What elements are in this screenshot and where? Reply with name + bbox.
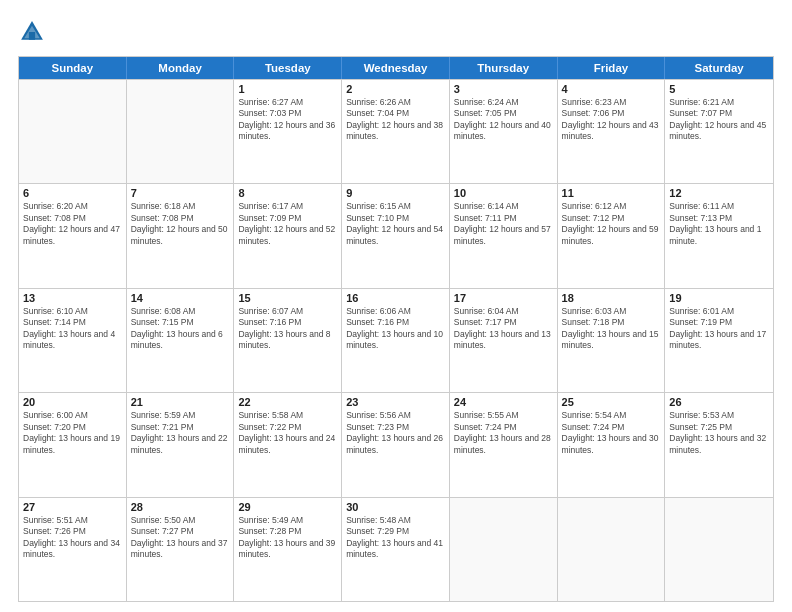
cell-date: 11 xyxy=(562,187,661,199)
calendar-body: 1Sunrise: 6:27 AMSunset: 7:03 PMDaylight… xyxy=(19,79,773,601)
cell-info: Sunrise: 6:24 AMSunset: 7:05 PMDaylight:… xyxy=(454,97,553,143)
cell-date: 21 xyxy=(131,396,230,408)
header-cell-friday: Friday xyxy=(558,57,666,79)
header-cell-monday: Monday xyxy=(127,57,235,79)
calendar-row: 13Sunrise: 6:10 AMSunset: 7:14 PMDayligh… xyxy=(19,288,773,392)
logo xyxy=(18,18,50,46)
cell-date: 17 xyxy=(454,292,553,304)
cell-date: 7 xyxy=(131,187,230,199)
calendar-cell: 13Sunrise: 6:10 AMSunset: 7:14 PMDayligh… xyxy=(19,289,127,392)
calendar-cell xyxy=(450,498,558,601)
cell-date: 28 xyxy=(131,501,230,513)
calendar-cell: 8Sunrise: 6:17 AMSunset: 7:09 PMDaylight… xyxy=(234,184,342,287)
calendar-cell: 21Sunrise: 5:59 AMSunset: 7:21 PMDayligh… xyxy=(127,393,235,496)
cell-info: Sunrise: 6:04 AMSunset: 7:17 PMDaylight:… xyxy=(454,306,553,352)
cell-date: 3 xyxy=(454,83,553,95)
cell-info: Sunrise: 6:21 AMSunset: 7:07 PMDaylight:… xyxy=(669,97,769,143)
calendar-header: SundayMondayTuesdayWednesdayThursdayFrid… xyxy=(19,57,773,79)
cell-info: Sunrise: 6:17 AMSunset: 7:09 PMDaylight:… xyxy=(238,201,337,247)
cell-info: Sunrise: 5:54 AMSunset: 7:24 PMDaylight:… xyxy=(562,410,661,456)
calendar-cell: 5Sunrise: 6:21 AMSunset: 7:07 PMDaylight… xyxy=(665,80,773,183)
cell-date: 23 xyxy=(346,396,445,408)
calendar-cell: 3Sunrise: 6:24 AMSunset: 7:05 PMDaylight… xyxy=(450,80,558,183)
calendar-cell: 23Sunrise: 5:56 AMSunset: 7:23 PMDayligh… xyxy=(342,393,450,496)
cell-date: 5 xyxy=(669,83,769,95)
calendar-row: 20Sunrise: 6:00 AMSunset: 7:20 PMDayligh… xyxy=(19,392,773,496)
header-cell-tuesday: Tuesday xyxy=(234,57,342,79)
cell-date: 12 xyxy=(669,187,769,199)
calendar-cell: 26Sunrise: 5:53 AMSunset: 7:25 PMDayligh… xyxy=(665,393,773,496)
calendar-row: 1Sunrise: 6:27 AMSunset: 7:03 PMDaylight… xyxy=(19,79,773,183)
calendar-row: 27Sunrise: 5:51 AMSunset: 7:26 PMDayligh… xyxy=(19,497,773,601)
calendar-cell: 4Sunrise: 6:23 AMSunset: 7:06 PMDaylight… xyxy=(558,80,666,183)
cell-date: 8 xyxy=(238,187,337,199)
cell-date: 22 xyxy=(238,396,337,408)
cell-date: 29 xyxy=(238,501,337,513)
calendar-cell: 14Sunrise: 6:08 AMSunset: 7:15 PMDayligh… xyxy=(127,289,235,392)
calendar-cell: 12Sunrise: 6:11 AMSunset: 7:13 PMDayligh… xyxy=(665,184,773,287)
calendar-cell: 22Sunrise: 5:58 AMSunset: 7:22 PMDayligh… xyxy=(234,393,342,496)
cell-info: Sunrise: 6:00 AMSunset: 7:20 PMDaylight:… xyxy=(23,410,122,456)
cell-info: Sunrise: 6:20 AMSunset: 7:08 PMDaylight:… xyxy=(23,201,122,247)
calendar-cell: 15Sunrise: 6:07 AMSunset: 7:16 PMDayligh… xyxy=(234,289,342,392)
cell-info: Sunrise: 6:27 AMSunset: 7:03 PMDaylight:… xyxy=(238,97,337,143)
calendar-cell xyxy=(19,80,127,183)
cell-info: Sunrise: 5:58 AMSunset: 7:22 PMDaylight:… xyxy=(238,410,337,456)
calendar-cell: 7Sunrise: 6:18 AMSunset: 7:08 PMDaylight… xyxy=(127,184,235,287)
cell-info: Sunrise: 6:03 AMSunset: 7:18 PMDaylight:… xyxy=(562,306,661,352)
header-cell-saturday: Saturday xyxy=(665,57,773,79)
calendar-cell: 17Sunrise: 6:04 AMSunset: 7:17 PMDayligh… xyxy=(450,289,558,392)
cell-date: 6 xyxy=(23,187,122,199)
calendar-cell: 28Sunrise: 5:50 AMSunset: 7:27 PMDayligh… xyxy=(127,498,235,601)
svg-rect-2 xyxy=(29,32,35,40)
calendar-cell xyxy=(665,498,773,601)
calendar-cell: 27Sunrise: 5:51 AMSunset: 7:26 PMDayligh… xyxy=(19,498,127,601)
cell-info: Sunrise: 5:48 AMSunset: 7:29 PMDaylight:… xyxy=(346,515,445,561)
cell-info: Sunrise: 5:59 AMSunset: 7:21 PMDaylight:… xyxy=(131,410,230,456)
cell-date: 4 xyxy=(562,83,661,95)
page: SundayMondayTuesdayWednesdayThursdayFrid… xyxy=(0,0,792,612)
header-cell-sunday: Sunday xyxy=(19,57,127,79)
cell-date: 9 xyxy=(346,187,445,199)
cell-date: 27 xyxy=(23,501,122,513)
cell-info: Sunrise: 6:18 AMSunset: 7:08 PMDaylight:… xyxy=(131,201,230,247)
cell-info: Sunrise: 5:50 AMSunset: 7:27 PMDaylight:… xyxy=(131,515,230,561)
cell-info: Sunrise: 5:53 AMSunset: 7:25 PMDaylight:… xyxy=(669,410,769,456)
calendar-cell: 1Sunrise: 6:27 AMSunset: 7:03 PMDaylight… xyxy=(234,80,342,183)
cell-info: Sunrise: 6:15 AMSunset: 7:10 PMDaylight:… xyxy=(346,201,445,247)
calendar-cell: 2Sunrise: 6:26 AMSunset: 7:04 PMDaylight… xyxy=(342,80,450,183)
header-cell-thursday: Thursday xyxy=(450,57,558,79)
calendar-cell: 30Sunrise: 5:48 AMSunset: 7:29 PMDayligh… xyxy=(342,498,450,601)
cell-date: 10 xyxy=(454,187,553,199)
header xyxy=(18,18,774,46)
cell-info: Sunrise: 5:49 AMSunset: 7:28 PMDaylight:… xyxy=(238,515,337,561)
calendar: SundayMondayTuesdayWednesdayThursdayFrid… xyxy=(18,56,774,602)
cell-date: 30 xyxy=(346,501,445,513)
calendar-cell: 24Sunrise: 5:55 AMSunset: 7:24 PMDayligh… xyxy=(450,393,558,496)
calendar-cell: 20Sunrise: 6:00 AMSunset: 7:20 PMDayligh… xyxy=(19,393,127,496)
cell-date: 24 xyxy=(454,396,553,408)
cell-info: Sunrise: 6:07 AMSunset: 7:16 PMDaylight:… xyxy=(238,306,337,352)
calendar-cell xyxy=(558,498,666,601)
calendar-row: 6Sunrise: 6:20 AMSunset: 7:08 PMDaylight… xyxy=(19,183,773,287)
cell-info: Sunrise: 6:12 AMSunset: 7:12 PMDaylight:… xyxy=(562,201,661,247)
cell-date: 18 xyxy=(562,292,661,304)
cell-info: Sunrise: 6:01 AMSunset: 7:19 PMDaylight:… xyxy=(669,306,769,352)
cell-info: Sunrise: 6:23 AMSunset: 7:06 PMDaylight:… xyxy=(562,97,661,143)
cell-date: 19 xyxy=(669,292,769,304)
calendar-cell: 11Sunrise: 6:12 AMSunset: 7:12 PMDayligh… xyxy=(558,184,666,287)
cell-info: Sunrise: 6:06 AMSunset: 7:16 PMDaylight:… xyxy=(346,306,445,352)
header-cell-wednesday: Wednesday xyxy=(342,57,450,79)
cell-info: Sunrise: 6:14 AMSunset: 7:11 PMDaylight:… xyxy=(454,201,553,247)
calendar-cell: 9Sunrise: 6:15 AMSunset: 7:10 PMDaylight… xyxy=(342,184,450,287)
cell-info: Sunrise: 5:56 AMSunset: 7:23 PMDaylight:… xyxy=(346,410,445,456)
cell-info: Sunrise: 6:26 AMSunset: 7:04 PMDaylight:… xyxy=(346,97,445,143)
cell-info: Sunrise: 5:51 AMSunset: 7:26 PMDaylight:… xyxy=(23,515,122,561)
calendar-cell: 18Sunrise: 6:03 AMSunset: 7:18 PMDayligh… xyxy=(558,289,666,392)
calendar-cell: 25Sunrise: 5:54 AMSunset: 7:24 PMDayligh… xyxy=(558,393,666,496)
cell-date: 14 xyxy=(131,292,230,304)
cell-info: Sunrise: 5:55 AMSunset: 7:24 PMDaylight:… xyxy=(454,410,553,456)
cell-date: 25 xyxy=(562,396,661,408)
cell-info: Sunrise: 6:08 AMSunset: 7:15 PMDaylight:… xyxy=(131,306,230,352)
calendar-cell: 6Sunrise: 6:20 AMSunset: 7:08 PMDaylight… xyxy=(19,184,127,287)
